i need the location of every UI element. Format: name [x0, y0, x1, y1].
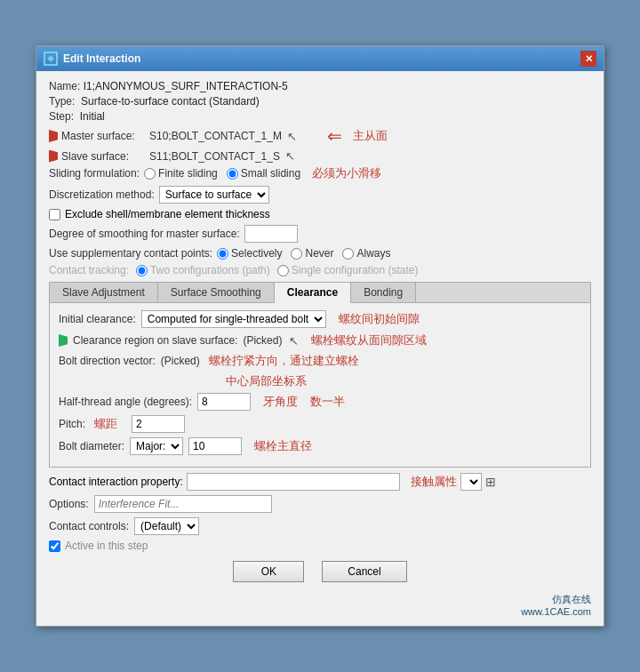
bolt-dir-value: (Picked) [161, 355, 200, 367]
master-value: S10;BOLT_CONTACT_1_M [149, 130, 282, 142]
button-row: OK Cancel [49, 561, 591, 591]
discretization-label: Discretization method: [49, 188, 155, 201]
slave-value: S11;BOLT_CONTACT_1_S [149, 150, 280, 163]
single-config-radio[interactable] [277, 265, 289, 276]
exclude-shell-row: Exclude shell/membrane element thickness [49, 208, 591, 220]
master-surface-row: Master surface: S10;BOLT_CONTACT_1_M ↖ ⇐… [49, 125, 591, 147]
initial-clearance-annotation: 螺纹间初始间隙 [339, 311, 420, 327]
always-radio[interactable] [342, 248, 354, 260]
title-bar: Edit Interaction ✕ [36, 46, 604, 71]
half-thread-input[interactable] [197, 393, 251, 411]
initial-clearance-select[interactable]: Computed for single-threaded bolt Specif… [141, 310, 326, 328]
smoothing-input[interactable]: 0.2 [244, 225, 298, 243]
two-config-option[interactable]: Two configurations (path) [136, 264, 270, 276]
tab-bar: Slave Adjustment Surface Smoothing Clear… [50, 283, 590, 303]
bolt-dir-label: Bolt direction vector: [59, 355, 156, 367]
watermark: 仿真在线 www.1CAE.com [49, 593, 591, 617]
supplementary-row: Use supplementary contact points: Select… [49, 247, 591, 260]
clearance-region-annotation: 螺栓螺纹从面间隙区域 [311, 332, 427, 348]
bottom-section: Contact interaction property: I1;ANONYMO… [49, 473, 591, 552]
name-line: Name: I1;ANONYMOUS_SURF_INTERACTION-5 [49, 80, 591, 92]
half-thread-label: Half-thread angle (degrees): [59, 396, 192, 408]
close-button[interactable]: ✕ [580, 51, 596, 67]
half-thread-row: Half-thread angle (degrees): 牙角度 数一半 [59, 393, 581, 411]
slave-cursor-icon[interactable]: ↖ [285, 149, 295, 163]
initial-clearance-row: Initial clearance: Computed for single-t… [59, 310, 581, 328]
tab-bonding[interactable]: Bonding [351, 283, 416, 302]
small-sliding-option[interactable]: Small sliding [227, 167, 300, 180]
pitch-label: Pitch: [59, 418, 85, 430]
master-label: Master surface: [61, 130, 146, 142]
options-label: Options: [49, 498, 89, 510]
contact-controls-row: Contact controls: (Default) Custom [49, 517, 591, 535]
contact-controls-label: Contact controls: [49, 520, 129, 532]
bolt-dir-annotation2: 中心局部坐标系 [226, 374, 307, 388]
contact-prop-input[interactable]: I1;ANONYMOUS_SURF_INTERACTION [187, 473, 400, 491]
bolt-dir-annotation2-row: 中心局部坐标系 [219, 373, 581, 389]
dialog-title: Edit Interaction [63, 52, 140, 65]
watermark-line1: 仿真在线 [49, 593, 591, 606]
contact-prop-edit-icon[interactable]: ⊞ [485, 475, 496, 489]
finite-sliding-option[interactable]: Finite sliding [144, 167, 218, 180]
half-thread-annotation2: 数一半 [310, 394, 345, 410]
sliding-label: Sliding formulation: [49, 167, 140, 180]
selectively-option[interactable]: Selectively [217, 247, 282, 260]
bolt-diameter-select[interactable]: Major: Minor: [130, 437, 183, 455]
small-sliding-label: Small sliding [241, 167, 300, 180]
master-arrow-icon: ⇐ [327, 125, 342, 147]
step-value: Initial [80, 110, 105, 123]
discretization-row: Discretization method: Surface to surfac… [49, 186, 591, 204]
bolt-diameter-label: Bolt diameter: [59, 440, 124, 452]
tab-clearance[interactable]: Clearance [275, 283, 351, 303]
tabs-container: Slave Adjustment Surface Smoothing Clear… [49, 282, 591, 468]
cancel-button[interactable]: Cancel [322, 561, 406, 582]
sliding-annotation: 必须为小滑移 [312, 165, 381, 181]
pitch-annotation: 螺距 [94, 416, 117, 432]
options-row: Options: [49, 495, 591, 513]
bolt-dir-annotation: 螺栓拧紧方向，通过建立螺栓 [209, 353, 359, 369]
contact-controls-select[interactable]: (Default) Custom [134, 517, 199, 535]
ok-button[interactable]: OK [233, 561, 304, 582]
smoothing-label: Degree of smoothing for master surface: [49, 228, 240, 240]
two-config-label: Two configurations (path) [150, 264, 270, 276]
selectively-radio[interactable] [217, 248, 228, 260]
pitch-input[interactable] [132, 415, 185, 433]
clearance-region-value: (Picked) [243, 334, 282, 347]
contact-prop-label: Contact interaction property: [49, 476, 183, 488]
tab-slave-adjustment[interactable]: Slave Adjustment [50, 283, 158, 302]
exclude-shell-checkbox[interactable] [49, 209, 60, 220]
never-option[interactable]: Never [291, 247, 333, 260]
contact-prop-row: Contact interaction property: I1;ANONYMO… [49, 473, 591, 491]
master-annotation: 主从面 [353, 128, 388, 144]
options-input[interactable] [94, 495, 272, 513]
finite-sliding-label: Finite sliding [158, 167, 218, 180]
single-config-option[interactable]: Single configuration (state) [277, 264, 419, 276]
discretization-select[interactable]: Surface to surface Node to surface [159, 186, 269, 204]
never-radio[interactable] [291, 248, 302, 260]
tracking-label: Contact tracking: [49, 264, 129, 276]
exclude-shell-label: Exclude shell/membrane element thickness [65, 208, 270, 220]
watermark-line2: www.1CAE.com [49, 606, 591, 617]
tab-surface-smoothing[interactable]: Surface Smoothing [158, 283, 275, 302]
two-config-radio[interactable] [136, 265, 148, 276]
tracking-row: Contact tracking: Two configurations (pa… [49, 264, 591, 276]
finite-sliding-radio[interactable] [144, 168, 156, 180]
always-option[interactable]: Always [342, 247, 390, 260]
clearance-region-icon [59, 334, 68, 347]
clearance-region-row: Clearance region on slave surface: (Pick… [59, 332, 581, 348]
small-sliding-radio[interactable] [227, 168, 238, 180]
bolt-dir-row: Bolt direction vector: (Picked) 螺栓拧紧方向，通… [59, 353, 581, 369]
active-step-checkbox[interactable] [49, 540, 60, 552]
clearance-region-cursor[interactable]: ↖ [289, 334, 299, 348]
bolt-diameter-row: Bolt diameter: Major: Minor: 螺栓主直径 [59, 437, 581, 455]
bolt-diameter-input[interactable] [188, 437, 242, 455]
never-label: Never [305, 247, 333, 260]
smoothing-degree-row: Degree of smoothing for master surface: … [49, 225, 591, 243]
supplementary-label: Use supplementary contact points: [49, 247, 212, 260]
contact-prop-annotation: 接触属性 [411, 474, 457, 490]
master-cursor-icon[interactable]: ↖ [287, 130, 297, 143]
always-label: Always [356, 247, 390, 260]
clearance-region-label: Clearance region on slave surface: [73, 334, 237, 347]
single-config-label: Single configuration (state) [292, 264, 419, 276]
contact-prop-select[interactable] [460, 473, 482, 491]
